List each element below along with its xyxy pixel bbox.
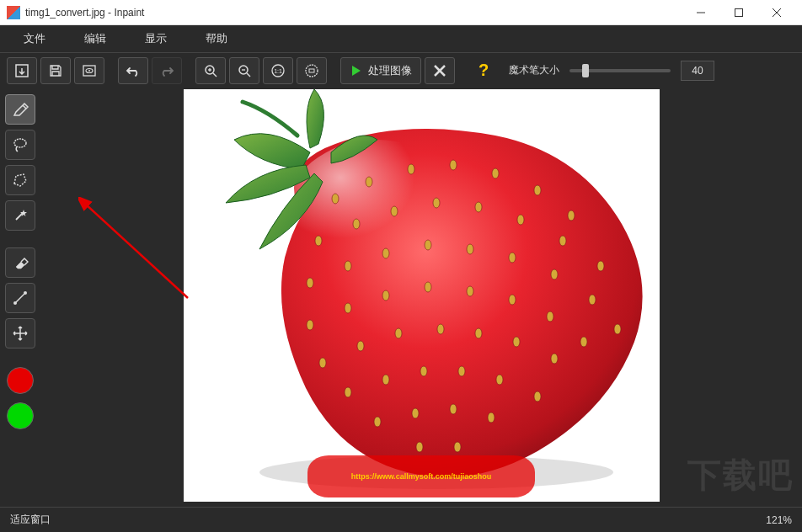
minimize-button[interactable] xyxy=(682,1,719,24)
svg-point-62 xyxy=(357,341,364,351)
svg-point-55 xyxy=(382,290,389,301)
menu-edit[interactable]: 编辑 xyxy=(78,28,113,50)
svg-point-77 xyxy=(488,412,495,423)
svg-point-54 xyxy=(345,303,351,313)
svg-point-60 xyxy=(580,337,587,347)
menu-file[interactable]: 文件 xyxy=(17,28,52,50)
svg-point-64 xyxy=(437,324,444,334)
zoom-fit-button[interactable] xyxy=(297,57,327,84)
process-label: 处理图像 xyxy=(368,63,412,78)
cancel-button[interactable] xyxy=(425,57,455,84)
svg-point-59 xyxy=(547,311,553,322)
svg-rect-1 xyxy=(735,8,742,16)
svg-point-34 xyxy=(534,185,541,195)
svg-point-67 xyxy=(551,354,558,364)
svg-point-40 xyxy=(475,202,482,212)
painted-selection: https://www.callmysoft.com/tujiaoshou xyxy=(307,455,535,497)
svg-point-35 xyxy=(568,210,575,221)
close-button[interactable] xyxy=(757,1,795,24)
window-title: timg1_convert.jpg - Inpaint xyxy=(25,7,682,19)
svg-line-13 xyxy=(247,73,250,77)
svg-point-51 xyxy=(589,295,596,305)
svg-point-53 xyxy=(307,320,313,330)
titlebar: timg1_convert.jpg - Inpaint xyxy=(0,0,802,25)
svg-point-48 xyxy=(467,244,473,254)
open-button[interactable] xyxy=(7,57,37,84)
line-tool[interactable] xyxy=(5,283,35,313)
maximize-button[interactable] xyxy=(719,1,757,24)
preview-button[interactable] xyxy=(74,57,104,84)
svg-point-68 xyxy=(345,387,351,397)
zoom-out-button[interactable] xyxy=(229,57,259,84)
watermark: 下载吧 xyxy=(687,452,794,498)
brush-size-input[interactable] xyxy=(681,61,714,81)
save-button[interactable] xyxy=(40,57,71,84)
color-green-button[interactable] xyxy=(7,402,34,429)
svg-point-7 xyxy=(88,70,90,72)
svg-point-69 xyxy=(382,375,389,385)
svg-point-74 xyxy=(374,417,381,427)
redo-button[interactable] xyxy=(152,57,182,84)
svg-point-61 xyxy=(319,358,326,368)
zoom-in-button[interactable] xyxy=(195,57,226,84)
undo-button[interactable] xyxy=(118,57,148,84)
svg-point-56 xyxy=(425,282,431,292)
svg-text:1:1: 1:1 xyxy=(274,68,282,74)
svg-point-45 xyxy=(345,261,351,271)
painted-url-text: https://www.callmysoft.com/tujiaoshou xyxy=(351,472,492,481)
svg-line-9 xyxy=(213,73,217,77)
svg-point-39 xyxy=(433,198,440,208)
svg-line-26 xyxy=(85,204,188,298)
menu-help[interactable]: 帮助 xyxy=(199,28,234,50)
arrow-annotation-icon xyxy=(78,197,196,306)
toolbar: 1:1 处理图像 ? 魔术笔大小 xyxy=(0,52,802,88)
svg-point-28 xyxy=(285,140,470,291)
svg-point-65 xyxy=(475,328,482,338)
magic-wand-tool[interactable] xyxy=(5,200,35,231)
brush-size-label: 魔术笔大小 xyxy=(509,63,559,77)
help-button[interactable]: ? xyxy=(468,57,499,84)
status-fit-window: 适应窗口 xyxy=(10,513,51,527)
svg-point-36 xyxy=(315,236,322,246)
svg-point-63 xyxy=(395,328,402,338)
strawberry-image xyxy=(184,89,660,502)
svg-point-66 xyxy=(513,337,520,347)
canvas-area: https://www.callmysoft.com/tujiaoshou 下载… xyxy=(40,88,802,507)
lasso-tool[interactable] xyxy=(5,130,35,160)
svg-point-75 xyxy=(412,408,419,418)
statusbar: 适应窗口 121% xyxy=(0,507,802,532)
move-tool[interactable] xyxy=(5,318,35,348)
svg-point-17 xyxy=(306,65,318,77)
svg-line-25 xyxy=(16,294,24,302)
svg-point-37 xyxy=(353,219,360,229)
svg-point-49 xyxy=(509,253,516,263)
process-button[interactable]: 处理图像 xyxy=(340,57,421,84)
svg-point-50 xyxy=(551,269,558,279)
side-toolbar xyxy=(0,88,40,507)
svg-point-52 xyxy=(614,324,621,334)
canvas[interactable]: https://www.callmysoft.com/tujiaoshou xyxy=(184,89,660,502)
polygon-tool[interactable] xyxy=(5,165,35,195)
svg-point-43 xyxy=(597,261,604,271)
svg-point-33 xyxy=(492,168,499,178)
svg-point-71 xyxy=(458,366,465,376)
svg-point-76 xyxy=(450,404,457,414)
svg-point-30 xyxy=(366,177,372,187)
color-red-button[interactable] xyxy=(7,367,34,394)
svg-point-29 xyxy=(332,194,339,204)
svg-point-32 xyxy=(450,160,457,170)
svg-point-79 xyxy=(454,442,461,452)
main-area: https://www.callmysoft.com/tujiaoshou 下载… xyxy=(0,88,802,507)
menu-view[interactable]: 显示 xyxy=(138,28,174,50)
brush-size-slider[interactable] xyxy=(569,69,671,72)
menubar: 文件 编辑 显示 帮助 xyxy=(0,25,802,52)
zoom-actual-button[interactable]: 1:1 xyxy=(263,57,293,84)
svg-rect-18 xyxy=(309,69,314,72)
eraser-tool[interactable] xyxy=(5,247,35,278)
svg-point-21 xyxy=(14,139,26,147)
marker-tool[interactable] xyxy=(5,94,35,125)
window-controls xyxy=(682,1,795,24)
svg-point-46 xyxy=(382,248,389,258)
app-icon xyxy=(7,6,20,19)
slider-thumb[interactable] xyxy=(582,64,589,77)
